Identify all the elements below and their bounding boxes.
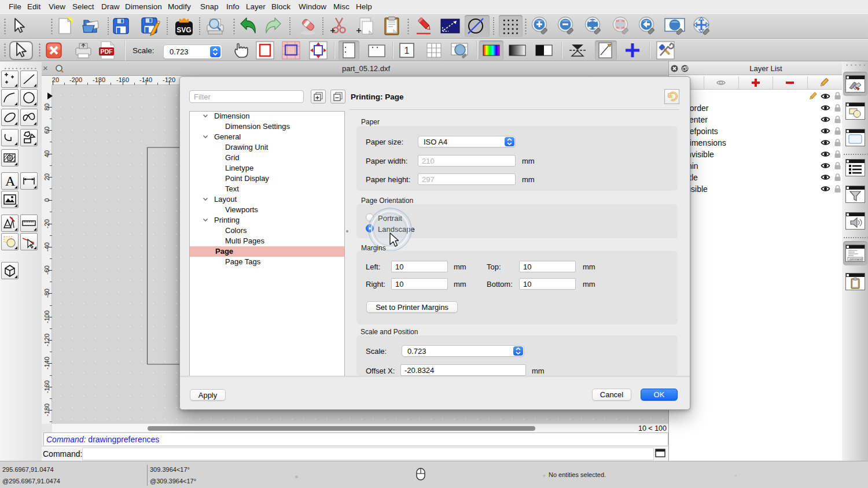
svg-text:1: 1 [404, 46, 410, 56]
svg-text:SVG: SVG [176, 26, 191, 34]
svg-text:PDF: PDF [101, 48, 113, 55]
svg-text:command: command [849, 257, 862, 261]
